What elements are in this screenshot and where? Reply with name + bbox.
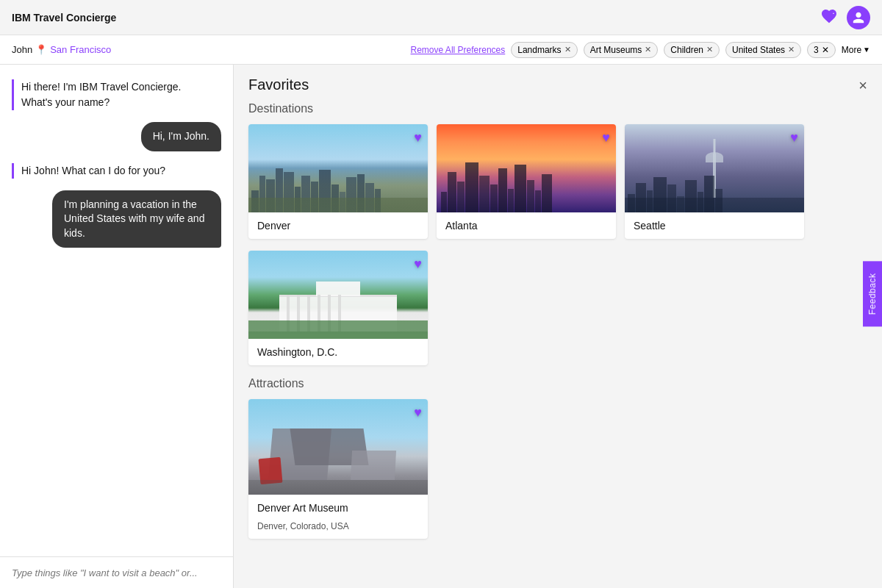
tag-united-states-remove[interactable]: ✕	[788, 45, 795, 54]
card-atlanta-label: Atlanta	[437, 212, 616, 239]
user-message-2: I'm planning a vacation in the United St…	[12, 190, 221, 248]
card-washington-label: Washington, D.C.	[248, 339, 428, 365]
user-bubble-1: Hi, I'm John.	[141, 122, 221, 151]
favorite-heart-denver[interactable]: ♥	[414, 130, 422, 146]
overflow-number: 3	[814, 45, 819, 55]
tag-children-label: Children	[670, 45, 703, 55]
card-denver-art-museum: ♥ Denver Art Museum Denver, Colorado, US…	[248, 399, 428, 539]
feedback-button[interactable]: Feedback	[863, 262, 882, 327]
destinations-section: Destinations	[234, 102, 882, 377]
tag-children-remove[interactable]: ✕	[706, 45, 713, 54]
tag-art-museums-remove[interactable]: ✕	[645, 45, 651, 54]
bot-question-text: Hi John! What can I do for you?	[12, 163, 165, 179]
city-label: San Francisco	[50, 44, 111, 55]
user-location: John 📍 San Francisco	[12, 44, 111, 55]
destinations-cards-row-2: ♥ Washington, D.C.	[234, 251, 882, 377]
tag-united-states[interactable]: United States ✕	[725, 42, 801, 58]
more-label: More	[842, 45, 861, 55]
destinations-cards-row: ♥ Denver	[234, 124, 882, 251]
location-pin-icon: 📍	[35, 44, 47, 55]
favorites-panel: Favorites × Destinations	[234, 65, 882, 588]
filter-bar: John 📍 San Francisco Remove All Preferen…	[0, 35, 882, 65]
card-atlanta-image: ♥	[437, 124, 616, 212]
card-denver: ♥ Denver	[248, 124, 428, 239]
chat-input-field[interactable]	[12, 567, 221, 578]
chat-input-area[interactable]	[0, 556, 233, 588]
attractions-section-title: Attractions	[234, 377, 882, 399]
favorite-heart-washington[interactable]: ♥	[414, 257, 422, 272]
attractions-cards-row: ♥ Denver Art Museum Denver, Colorado, US…	[234, 399, 882, 551]
favorite-heart-atlanta[interactable]: ♥	[602, 130, 610, 146]
denver-scene-graphic	[248, 124, 428, 212]
tag-art-museums-label: Art Museums	[590, 45, 642, 55]
header-logo-group: IBM Travel Concierge	[12, 12, 116, 24]
favorite-heart-seattle[interactable]: ♥	[790, 130, 798, 146]
seattle-scene-graphic	[625, 124, 804, 212]
card-seattle: ♥ Seattle	[625, 124, 804, 239]
overflow-remove[interactable]: ✕	[822, 45, 829, 55]
card-seattle-image: ♥	[625, 124, 804, 212]
card-denver-image: ♥	[248, 124, 428, 212]
card-art-museum-image: ♥	[248, 399, 428, 495]
app-header: IBM Travel Concierge	[0, 0, 882, 35]
favorites-title: Favorites	[248, 76, 309, 93]
card-washington-image: ♥	[248, 251, 428, 339]
tag-landmarks[interactable]: Landmarks ✕	[511, 42, 577, 58]
app-title: IBM Travel Concierge	[12, 12, 116, 24]
header-actions	[820, 6, 870, 29]
card-washington: ♥ Washington, D.C.	[248, 251, 428, 365]
main-layout: Hi there! I'm IBM Travel Concierge.What'…	[0, 65, 882, 588]
chat-messages: Hi there! I'm IBM Travel Concierge.What'…	[0, 65, 233, 556]
whitehouse-scene-graphic	[248, 251, 428, 339]
card-atlanta: ♥ Atlanta	[437, 124, 616, 239]
chat-panel: Hi there! I'm IBM Travel Concierge.What'…	[0, 65, 234, 588]
user-avatar[interactable]	[847, 6, 870, 29]
user-bubble-2: I'm planning a vacation in the United St…	[52, 190, 221, 248]
user-message-1: Hi, I'm John.	[12, 122, 221, 151]
bot-greeting-text: Hi there! I'm IBM Travel Concierge.What'…	[12, 79, 181, 110]
tag-children[interactable]: Children ✕	[664, 42, 720, 58]
tag-art-museums[interactable]: Art Museums ✕	[584, 42, 659, 58]
atlanta-scene-graphic	[437, 124, 616, 212]
preferences-filter-bar: Remove All Preferences Landmarks ✕ Art M…	[126, 42, 870, 58]
card-denver-label: Denver	[248, 212, 428, 239]
bot-message-1: Hi there! I'm IBM Travel Concierge.What'…	[12, 79, 221, 110]
tag-overflow-count: 3 ✕	[807, 42, 836, 58]
more-button[interactable]: More ▼	[842, 45, 870, 55]
tag-landmarks-remove[interactable]: ✕	[564, 45, 571, 54]
tag-united-states-label: United States	[732, 45, 785, 55]
favorites-header: Favorites ×	[234, 65, 882, 102]
tag-landmarks-label: Landmarks	[517, 45, 561, 55]
card-art-museum-label: Denver Art Museum	[248, 495, 428, 521]
bot-message-2: Hi John! What can I do for you?	[12, 163, 221, 179]
attractions-section: Attractions ♥	[234, 377, 882, 551]
destinations-section-title: Destinations	[234, 102, 882, 124]
favorite-heart-art-museum[interactable]: ♥	[414, 405, 422, 420]
artmuseum-scene-graphic	[248, 399, 428, 495]
username-label: John	[12, 44, 32, 55]
remove-all-prefs-button[interactable]: Remove All Preferences	[411, 45, 506, 55]
card-art-museum-location: Denver, Colorado, USA	[248, 521, 428, 539]
favorites-icon[interactable]	[820, 7, 838, 28]
close-favorites-button[interactable]: ×	[858, 78, 867, 93]
chevron-down-icon: ▼	[863, 46, 870, 54]
card-seattle-label: Seattle	[625, 212, 804, 239]
